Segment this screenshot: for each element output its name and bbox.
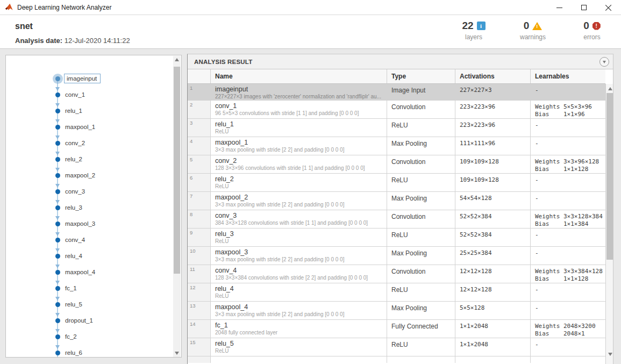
graph-node[interactable]: dropout_1 <box>55 318 93 323</box>
graph-node[interactable]: maxpool_1 <box>55 124 95 130</box>
table-scrollbar[interactable] <box>605 84 613 364</box>
table-row[interactable]: 5 conv_2 128 3×3×96 convolutions with st… <box>188 155 605 174</box>
layer-type: Max Pooling <box>387 302 455 319</box>
layer-type: Max Pooling <box>387 192 455 210</box>
table-row[interactable]: 4 maxpool_1 3×3 max pooling with stride … <box>188 137 605 155</box>
stat-layers: 22 layers <box>456 19 491 41</box>
table-row[interactable]: 13 maxpool_4 3×3 max pooling with stride… <box>188 302 605 320</box>
layer-description: 128 3×3×96 convolutions with stride [1 1… <box>215 165 384 172</box>
network-graph-panel: imageinput conv_1 relu_1 maxpool_1 conv_… <box>5 55 182 358</box>
scroll-up-icon[interactable] <box>606 85 613 92</box>
table-row[interactable]: 9 relu_3 ReLU ReLU 52×52×384 - <box>188 229 605 247</box>
edge-arrow-icon <box>55 119 60 123</box>
graph-node[interactable]: conv_1 <box>55 92 85 97</box>
table-row[interactable]: 12 relu_4 ReLU ReLU 12×12×128 - <box>188 283 605 302</box>
layer-learnables: Weights 3×3×384×128 Bias 1×1×128 <box>530 265 605 283</box>
layer-learnables: - <box>530 174 605 191</box>
edge-arrow-icon <box>55 329 60 333</box>
node-label: maxpool_3 <box>65 220 95 227</box>
edge-arrow-icon <box>55 281 60 284</box>
node-label: conv_3 <box>65 188 85 195</box>
table-row[interactable]: 8 conv_3 384 3×3×128 convolutions with s… <box>188 210 605 229</box>
layer-name: maxpool_2 <box>215 194 384 201</box>
table-row[interactable]: 1 imageinput 227×227×3 images with 'zero… <box>188 84 605 101</box>
graph-node[interactable]: maxpool_3 <box>55 221 95 226</box>
selected-node-halo <box>53 74 63 84</box>
graph-node[interactable]: relu_5 <box>55 302 82 307</box>
graph-node[interactable]: conv_3 <box>55 189 85 194</box>
graph-node[interactable]: maxpool_4 <box>55 269 95 275</box>
node-label: maxpool_2 <box>65 172 95 179</box>
layer-name: fc_1 <box>215 322 384 329</box>
layer-activations: 223×223×96 <box>455 101 530 118</box>
layer-type: ReLU <box>387 283 455 301</box>
row-number: 13 <box>188 302 210 319</box>
layer-description: 384 3×3×128 convolutions with stride [1 … <box>215 219 384 226</box>
layer-name: relu_1 <box>215 120 384 128</box>
analysis-header: snet Analysis date: 12-Jul-2020 14:11:22… <box>0 15 621 49</box>
network-name: snet <box>15 22 33 31</box>
graph-node[interactable]: relu_2 <box>55 156 82 162</box>
layers-label: layers <box>465 33 482 41</box>
edge-arrow-icon <box>55 87 60 91</box>
layer-learnables: Weights 5×5×3×96 Bias 1×1×96 <box>530 101 605 118</box>
table-row[interactable]: 2 conv_1 96 5×5×3 convolutions with stri… <box>188 101 605 119</box>
node-dot-icon <box>55 125 60 130</box>
graph-node[interactable]: relu_1 <box>55 108 82 113</box>
row-number: 10 <box>188 247 210 265</box>
graph-node[interactable]: fc_2 <box>55 334 77 339</box>
graph-node[interactable]: relu_6 <box>55 350 82 355</box>
layer-activations: 12×12×128 <box>455 283 530 301</box>
graph-node[interactable]: relu_3 <box>55 205 82 210</box>
close-button[interactable] <box>596 0 621 15</box>
error-icon <box>593 22 601 30</box>
graph-node[interactable]: conv_4 <box>55 237 85 242</box>
layer-name: relu_4 <box>215 285 384 292</box>
row-number: 12 <box>188 283 210 301</box>
table-row[interactable]: 15 relu_5 ReLU ReLU 1×1×2048 - <box>188 338 605 356</box>
network-analyzer-window: Deep Learning Network Analyzer snet Anal… <box>0 0 621 364</box>
graph-node[interactable]: fc_1 <box>55 286 77 291</box>
table-scrollbar-thumb[interactable] <box>606 93 613 260</box>
node-dot-icon <box>55 173 60 178</box>
table-row-partial[interactable] <box>188 356 605 363</box>
scroll-down-icon[interactable] <box>173 349 181 356</box>
layer-name: conv_1 <box>215 102 384 110</box>
edge-arrow-icon <box>55 345 60 349</box>
analysis-date-value: 12-Jul-2020 14:11:22 <box>65 37 130 45</box>
graph-node[interactable]: imageinput <box>55 76 101 81</box>
layer-learnables: - <box>530 192 605 210</box>
minimize-button[interactable] <box>547 0 572 15</box>
row-number: 3 <box>188 119 210 137</box>
table-row[interactable]: 6 relu_2 ReLU ReLU 109×109×128 - <box>188 174 605 192</box>
edge-arrow-icon <box>55 135 60 139</box>
layer-name: conv_2 <box>215 157 384 165</box>
table-row[interactable]: 11 conv_4 128 3×3×384 convolutions with … <box>188 265 605 283</box>
table-row[interactable]: 10 maxpool_3 3×3 max pooling with stride… <box>188 247 605 265</box>
graph-node[interactable]: relu_4 <box>55 253 82 259</box>
graph-node[interactable]: conv_2 <box>55 140 85 146</box>
table-row[interactable]: 14 fc_1 2048 fully connected layer Fully… <box>188 320 605 338</box>
graph-scrollbar[interactable] <box>173 56 181 358</box>
node-dot-icon <box>55 351 60 355</box>
row-number: 9 <box>188 229 210 246</box>
stat-warnings: 0 warnings <box>516 19 550 41</box>
edge-arrow-icon <box>55 152 60 155</box>
maximize-button[interactable] <box>572 0 596 15</box>
edge-arrow-icon <box>55 216 60 220</box>
row-number: 6 <box>188 174 210 191</box>
layer-description: 3×3 max pooling with stride [2 2] and pa… <box>215 311 384 318</box>
layer-activations: 109×109×128 <box>455 155 530 173</box>
chevron-down-icon <box>603 61 606 63</box>
table-row[interactable]: 3 relu_1 ReLU ReLU 223×223×96 - <box>188 119 605 137</box>
graph-scrollbar-thumb[interactable] <box>174 67 180 274</box>
layer-description: 3×3 max pooling with stride [2 2] and pa… <box>215 256 384 263</box>
table-row[interactable]: 7 maxpool_2 3×3 max pooling with stride … <box>188 192 605 210</box>
graph-node[interactable]: maxpool_2 <box>55 173 95 178</box>
warnings-label: warnings <box>520 33 546 41</box>
scroll-up-icon[interactable] <box>173 56 181 63</box>
collapse-panel-button[interactable] <box>599 57 609 67</box>
minimize-icon <box>556 8 562 8</box>
layer-description: 3×3 max pooling with stride [2 2] and pa… <box>215 146 384 153</box>
scroll-down-icon[interactable] <box>606 351 613 358</box>
